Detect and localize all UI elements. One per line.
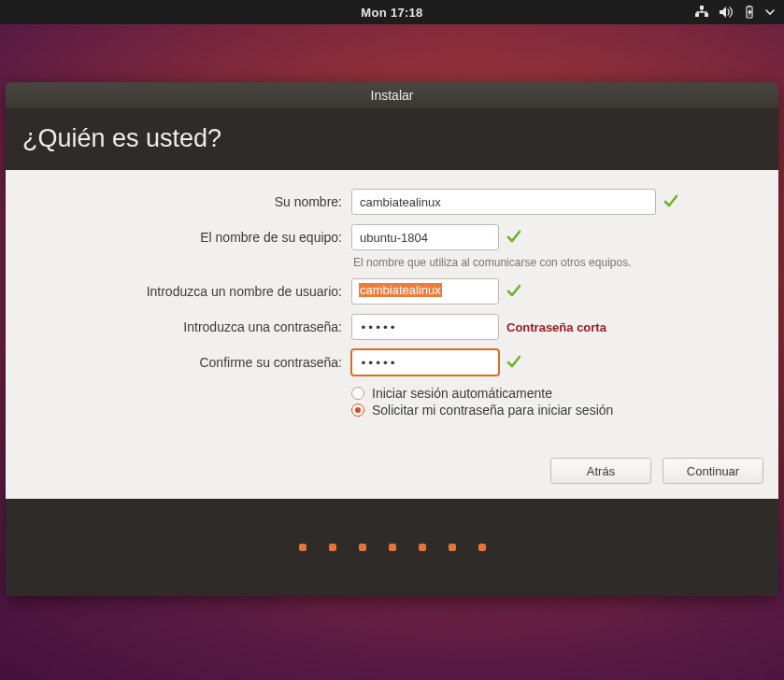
check-icon — [663, 194, 678, 209]
installer-window: Instalar ¿Quién es usted? Su nombre: El … — [6, 82, 778, 596]
radio-require-password[interactable]: Solicitar mi contraseña para iniciar ses… — [351, 402, 778, 418]
radio-icon — [351, 404, 364, 417]
progress-dot — [389, 544, 396, 551]
progress-dot — [478, 544, 486, 551]
back-button[interactable]: Atrás — [550, 458, 651, 484]
password-strength: Contraseña corta — [506, 320, 606, 334]
system-tray[interactable] — [694, 6, 775, 19]
radio-auto-login[interactable]: Iniciar sesión automáticamente — [351, 385, 778, 402]
progress-dots — [6, 499, 778, 596]
network-icon[interactable] — [694, 6, 709, 19]
battery-icon[interactable] — [743, 6, 756, 19]
hostname-input[interactable] — [351, 224, 499, 250]
window-title: Instalar — [6, 82, 778, 109]
svg-rect-4 — [748, 6, 751, 7]
password-label: Introduzca una contraseña: — [15, 314, 351, 340]
radio-require-label: Solicitar mi contraseña para iniciar ses… — [372, 403, 613, 418]
confirm-password-input[interactable] — [351, 349, 499, 375]
svg-rect-0 — [700, 6, 704, 9]
volume-icon[interactable] — [719, 6, 734, 19]
progress-dot — [449, 544, 456, 551]
continue-button[interactable]: Continuar — [663, 458, 763, 484]
name-label: Su nombre: — [15, 189, 351, 215]
chevron-down-icon[interactable] — [765, 6, 775, 19]
check-icon — [506, 284, 521, 299]
svg-rect-1 — [695, 13, 699, 17]
hostname-label: El nombre de su equipo: — [15, 224, 351, 250]
username-input[interactable] — [351, 278, 499, 305]
confirm-label: Confirme su contraseña: — [15, 349, 351, 375]
clock-label: Mon 17:18 — [361, 6, 422, 20]
form-content: Su nombre: El nombre de su equipo: El no… — [6, 170, 778, 499]
radio-icon — [351, 387, 364, 400]
password-input[interactable] — [351, 314, 499, 340]
username-label: Introduzca un nombre de usuario: — [15, 278, 351, 305]
check-icon — [506, 355, 521, 370]
page-title: ¿Quién es usted? — [6, 109, 778, 170]
progress-dot — [329, 544, 336, 551]
name-input[interactable] — [351, 189, 656, 215]
check-icon — [506, 230, 521, 245]
progress-dot — [359, 544, 366, 551]
svg-rect-2 — [705, 13, 708, 17]
progress-dot — [299, 544, 306, 551]
gnome-topbar: Mon 17:18 — [0, 0, 784, 24]
hostname-hint: El nombre que utiliza al comunicarse con… — [351, 256, 778, 269]
desktop-spacer — [0, 24, 784, 82]
radio-auto-label: Iniciar sesión automáticamente — [372, 386, 552, 401]
progress-dot — [419, 544, 426, 551]
